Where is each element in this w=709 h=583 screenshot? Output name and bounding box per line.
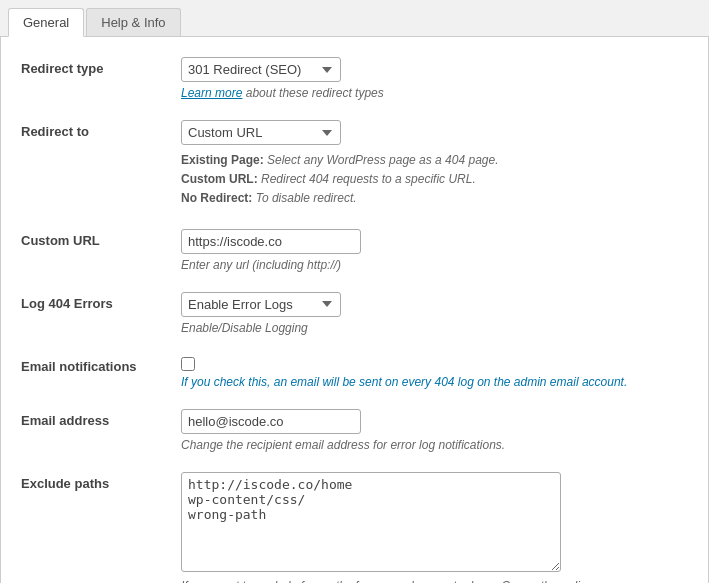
email-address-field: Change the recipient email address for e…: [181, 409, 688, 452]
email-address-help: Change the recipient email address for e…: [181, 438, 688, 452]
redirect-to-desc2: Custom URL: Redirect 404 requests to a s…: [181, 170, 688, 189]
redirect-to-desc1: Existing Page: Select any WordPress page…: [181, 151, 688, 170]
custom-url-input[interactable]: [181, 229, 361, 254]
log-404-row: Log 404 Errors Enable Error Logs Disable…: [21, 292, 688, 335]
email-address-row: Email address Change the recipient email…: [21, 409, 688, 452]
exclude-paths-label: Exclude paths: [21, 472, 181, 491]
email-notifications-row: Email notifications If you check this, a…: [21, 355, 688, 389]
tab-bar: General Help & Info: [0, 0, 709, 37]
redirect-to-row: Redirect to Custom URL Existing Page No …: [21, 120, 688, 209]
learn-more-suffix: about these redirect types: [242, 86, 383, 100]
redirect-to-desc: Existing Page: Select any WordPress page…: [181, 151, 688, 209]
redirect-type-select[interactable]: 301 Redirect (SEO) 302 Redirect 307 Redi…: [181, 57, 341, 82]
exclude-paths-help: If you want to exclude few paths from er…: [181, 579, 688, 583]
redirect-type-field: 301 Redirect (SEO) 302 Redirect 307 Redi…: [181, 57, 688, 100]
exclude-paths-row: Exclude paths http://iscode.co/home wp-c…: [21, 472, 688, 583]
redirect-to-label: Redirect to: [21, 120, 181, 139]
log-404-help: Enable/Disable Logging: [181, 321, 688, 335]
tab-content: Redirect type 301 Redirect (SEO) 302 Red…: [0, 37, 709, 583]
log-404-select[interactable]: Enable Error Logs Disable Error Logs: [181, 292, 341, 317]
redirect-type-help: Learn more about these redirect types: [181, 86, 688, 100]
custom-url-row: Custom URL Enter any url (including http…: [21, 229, 688, 272]
email-notifications-field: If you check this, an email will be sent…: [181, 355, 688, 389]
custom-url-help: Enter any url (including http://): [181, 258, 688, 272]
redirect-to-field: Custom URL Existing Page No Redirect Exi…: [181, 120, 688, 209]
redirect-type-row: Redirect type 301 Redirect (SEO) 302 Red…: [21, 57, 688, 100]
tab-help-info[interactable]: Help & Info: [86, 8, 180, 36]
exclude-paths-textarea[interactable]: http://iscode.co/home wp-content/css/ wr…: [181, 472, 561, 572]
email-address-input[interactable]: [181, 409, 361, 434]
settings-wrap: General Help & Info Redirect type 301 Re…: [0, 0, 709, 583]
tab-general[interactable]: General: [8, 8, 84, 37]
email-notifications-label: Email notifications: [21, 355, 181, 374]
email-notifications-checkbox[interactable]: [181, 357, 195, 371]
exclude-paths-field: http://iscode.co/home wp-content/css/ wr…: [181, 472, 688, 583]
learn-more-link[interactable]: Learn more: [181, 86, 242, 100]
email-address-label: Email address: [21, 409, 181, 428]
redirect-to-desc3: No Redirect: To disable redirect.: [181, 189, 688, 208]
email-notifications-help: If you check this, an email will be sent…: [181, 375, 688, 389]
custom-url-label: Custom URL: [21, 229, 181, 248]
redirect-to-select[interactable]: Custom URL Existing Page No Redirect: [181, 120, 341, 145]
email-notifications-checkbox-row: [181, 355, 688, 371]
custom-url-field: Enter any url (including http://): [181, 229, 688, 272]
redirect-type-label: Redirect type: [21, 57, 181, 76]
log-404-label: Log 404 Errors: [21, 292, 181, 311]
log-404-field: Enable Error Logs Disable Error Logs Ena…: [181, 292, 688, 335]
